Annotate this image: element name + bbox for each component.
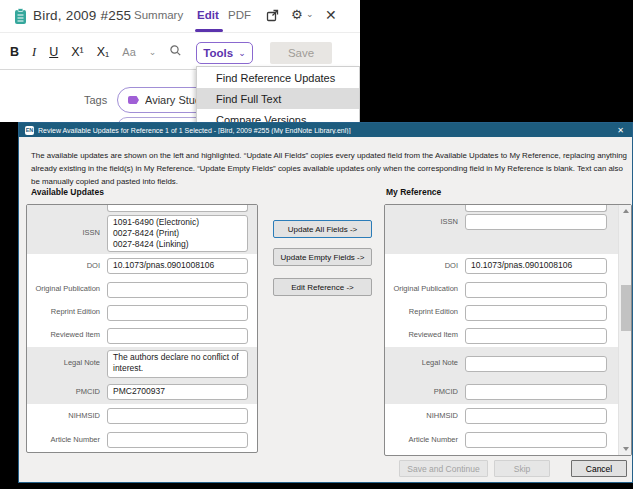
issn-label: ISSN: [385, 213, 465, 227]
article-number-label: Article Number: [27, 436, 107, 445]
reference-window: Bird, 2009 #255 Summary Edit PDF ⚙ ⌄ ✕ B…: [0, 0, 360, 122]
pmcid-label: PMCID: [27, 388, 107, 397]
tools-button[interactable]: Tools ⌄: [196, 42, 253, 64]
legal-note-field[interactable]: The authors declare no conflict of inter…: [107, 350, 248, 378]
reprint-edition-label: Reprint Edition: [27, 308, 107, 317]
reprint-edition-field[interactable]: [465, 305, 607, 321]
doi-label: DOI: [27, 262, 107, 271]
gear-chevron-icon[interactable]: ⌄: [306, 9, 314, 19]
menu-item-find-full-text[interactable]: Find Full Text: [197, 88, 359, 109]
field-row-legal-note: Legal Note: [385, 347, 631, 380]
edit-reference-button[interactable]: Edit Reference ->: [273, 278, 372, 296]
legal-note-label: Legal Note: [27, 359, 107, 368]
nihmsid-label: NIHMSID: [27, 412, 107, 421]
doi-field[interactable]: 10.1073/pnas.0901008106: [465, 258, 607, 274]
endnote-logo-icon: EN: [25, 126, 34, 135]
pmcid-field[interactable]: [465, 384, 607, 400]
issn-field[interactable]: [465, 214, 607, 230]
scroll-down-button[interactable]: [619, 443, 632, 455]
nihmsid-field[interactable]: [465, 408, 607, 424]
original-publication-field[interactable]: [465, 282, 607, 298]
reviewed-item-label: Reviewed Item: [385, 331, 465, 340]
field-row-nihmsid: NIHMSID: [385, 404, 631, 428]
original-publication-label: Original Publication: [385, 285, 465, 294]
legal-note-field[interactable]: [465, 356, 607, 372]
format-toolbar: B I U X¹ X₁ Aa ⌄: [10, 42, 182, 62]
open-in-new-window-icon[interactable]: [266, 8, 279, 26]
text-case-button[interactable]: Aa: [122, 46, 135, 58]
nihmsid-label: NIHMSID: [385, 412, 465, 421]
field-row-reprint-edition: Reprint Edition: [27, 301, 257, 324]
tools-chevron-icon: ⌄: [238, 48, 246, 58]
article-number-field[interactable]: [465, 432, 607, 448]
tab-edit[interactable]: Edit: [197, 9, 219, 21]
reprint-edition-field[interactable]: [107, 305, 248, 321]
update-empty-fields-button[interactable]: Update Empty Fields ->: [273, 248, 372, 266]
partial-field[interactable]: [465, 205, 607, 212]
update-all-fields-button[interactable]: Update All Fields ->: [273, 220, 372, 238]
field-row-reviewed-item: Reviewed Item: [385, 324, 631, 347]
field-row-pmcid: PMCID: [385, 380, 631, 404]
active-tab-indicator: [195, 29, 223, 32]
available-updates-panel: ISSN 1091-6490 (Electronic) 0027-8424 (P…: [26, 204, 258, 453]
underline-button[interactable]: U: [49, 45, 58, 59]
field-row-reviewed-item: Reviewed Item: [27, 324, 257, 347]
partial-field[interactable]: [107, 205, 248, 212]
field-row-article-number: Article Number: [27, 428, 257, 452]
tab-summary[interactable]: Summary: [134, 9, 183, 21]
skip-button[interactable]: Skip: [494, 460, 550, 477]
issn-field[interactable]: 1091-6490 (Electronic) 0027-8424 (Print)…: [107, 215, 248, 252]
tab-pdf[interactable]: PDF: [228, 9, 251, 21]
reviewed-item-field[interactable]: [465, 328, 607, 344]
dialog-titlebar[interactable]: EN Review Available Updates for Referenc…: [19, 123, 632, 137]
tag-flag-icon: [128, 96, 139, 104]
search-icon[interactable]: [169, 43, 182, 61]
article-number-field[interactable]: [107, 432, 248, 448]
pmcid-field[interactable]: PMC2700937: [107, 384, 248, 400]
reviewed-item-field[interactable]: [107, 328, 248, 344]
scrollbar[interactable]: [618, 205, 631, 455]
tags-label: Tags: [84, 94, 107, 106]
dialog-description: The available updates are shown on the l…: [31, 149, 627, 188]
text-case-chevron-icon[interactable]: ⌄: [149, 47, 157, 57]
menu-item-find-reference-updates[interactable]: Find Reference Updates: [197, 67, 359, 88]
reference-title: Bird, 2009 #255: [33, 8, 131, 23]
close-reference-icon[interactable]: ✕: [325, 7, 337, 23]
original-publication-field[interactable]: [107, 282, 248, 298]
field-row-original-publication: Original Publication: [27, 278, 257, 301]
field-row-issn: ISSN 1091-6490 (Electronic) 0027-8424 (P…: [27, 213, 257, 254]
clipboard-icon: [14, 8, 27, 29]
save-button[interactable]: Save: [270, 42, 332, 64]
tools-button-label: Tools: [203, 47, 233, 59]
article-number-label: Article Number: [385, 436, 465, 445]
gear-icon[interactable]: ⚙: [291, 7, 303, 22]
tools-menu: Find Reference Updates Find Full Text Co…: [196, 66, 360, 130]
partial-field-row: [385, 205, 631, 213]
dialog-close-icon[interactable]: ✕: [617, 126, 626, 135]
doi-field[interactable]: 10.1073/pnas.0901008106: [107, 258, 248, 274]
scroll-up-icon: [623, 209, 629, 213]
superscript-button[interactable]: X¹: [71, 45, 84, 59]
save-and-continue-button[interactable]: Save and Continue: [399, 460, 488, 477]
reference-window-titlebar: Bird, 2009 #255 Summary Edit PDF ⚙ ⌄ ✕: [0, 0, 360, 33]
field-row-issn: ISSN: [385, 213, 631, 254]
subscript-button[interactable]: X₁: [97, 45, 110, 59]
nihmsid-field[interactable]: [107, 408, 248, 424]
field-row-doi: DOI 10.1073/pnas.0901008106: [385, 254, 631, 278]
tag-chip-label: Aviary Stud: [145, 94, 201, 106]
cancel-button[interactable]: Cancel: [571, 460, 627, 477]
field-row-reprint-edition: Reprint Edition: [385, 301, 631, 324]
bold-button[interactable]: B: [10, 45, 19, 59]
field-row-original-publication: Original Publication: [385, 278, 631, 301]
scroll-down-icon: [623, 447, 629, 451]
italic-button[interactable]: I: [32, 45, 36, 60]
field-row-doi: DOI 10.1073/pnas.0901008106: [27, 254, 257, 278]
field-row-nihmsid: NIHMSID: [27, 404, 257, 428]
field-row-article-number: Article Number: [385, 428, 631, 452]
original-publication-label: Original Publication: [27, 285, 107, 294]
scroll-up-button[interactable]: [619, 205, 632, 217]
my-reference-header: My Reference: [386, 187, 441, 197]
legal-note-label: Legal Note: [385, 359, 465, 368]
my-reference-panel: ISSN DOI 10.1073/pnas.0901008106 Origina…: [384, 204, 632, 456]
scrollbar-thumb[interactable]: [621, 285, 631, 331]
